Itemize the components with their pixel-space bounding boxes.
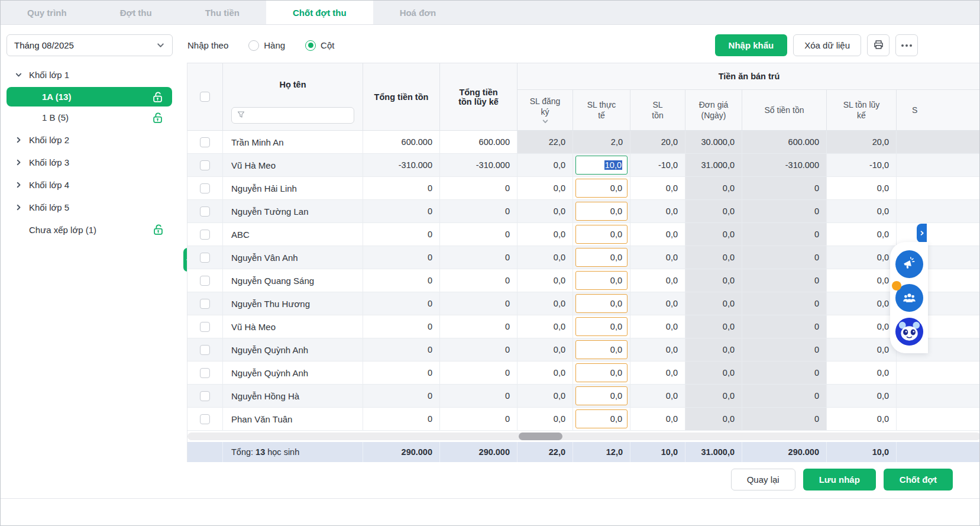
sl-thuc-te-input[interactable]: 0,0 bbox=[575, 248, 628, 267]
header-so-tien-ton: Số tiền tồn bbox=[742, 90, 827, 131]
cell-don-gia: 0,0 bbox=[685, 223, 742, 246]
row-checkbox[interactable] bbox=[200, 160, 210, 170]
tab-quy-trình[interactable]: Quy trình bbox=[1, 1, 93, 24]
row-checkbox[interactable] bbox=[200, 276, 210, 286]
sl-thuc-te-input[interactable]: 0,0 bbox=[575, 294, 628, 313]
footer-so-tien-ton: 290.000 bbox=[742, 442, 827, 462]
chevron-right-icon[interactable] bbox=[15, 204, 22, 211]
import-button[interactable]: Nhập khẩu bbox=[715, 34, 788, 56]
cell-tong-tien-ton: 0 bbox=[363, 200, 440, 223]
student-name: Nguyễn Hồng Hà bbox=[223, 385, 363, 408]
scrollbar-thumb[interactable] bbox=[519, 433, 562, 440]
cell-sl-dang-ky: 0,0 bbox=[518, 292, 573, 315]
cell-sl-ton: 0,0 bbox=[630, 385, 685, 408]
assistant-button[interactable] bbox=[895, 318, 923, 346]
selected-text: 10,0 bbox=[604, 160, 622, 170]
row-checkbox[interactable] bbox=[200, 230, 210, 240]
row-checkbox[interactable] bbox=[200, 299, 210, 309]
footer-sl-thuc-te: 12,0 bbox=[573, 442, 630, 462]
cell-sl-dang-ky: 0,0 bbox=[518, 315, 573, 338]
chevron-right-icon[interactable] bbox=[15, 136, 22, 144]
row-checkbox[interactable] bbox=[200, 391, 210, 401]
sl-thuc-te-input[interactable]: 0,0 bbox=[575, 386, 628, 405]
unlock-icon bbox=[152, 222, 165, 237]
row-checkbox[interactable] bbox=[200, 206, 210, 217]
sidebar-group-khối-lớp-2[interactable]: Khối lớp 2 bbox=[1, 128, 178, 151]
chevron-down-icon[interactable] bbox=[15, 71, 22, 79]
row-checkbox[interactable] bbox=[200, 183, 210, 193]
finalize-button[interactable]: Chốt đợt bbox=[884, 469, 953, 490]
select-all-checkbox[interactable] bbox=[200, 92, 210, 102]
sidebar-group-khối-lớp-3[interactable]: Khối lớp 3 bbox=[1, 151, 178, 173]
row-checkbox[interactable] bbox=[200, 137, 210, 147]
cell-tong-tien-ton-luy-ke: 0 bbox=[440, 408, 518, 431]
sidebar-group-khối-lớp-5[interactable]: Khối lớp 5 bbox=[1, 196, 178, 218]
sidebar-item-label: Chưa xếp lớp (1) bbox=[29, 225, 96, 235]
row-select-cell bbox=[187, 385, 223, 408]
sidebar-item-chua-xep-lop[interactable]: Chưa xếp lớp (1) bbox=[1, 218, 178, 241]
name-filter-input[interactable] bbox=[231, 107, 354, 124]
cell-tong-tien-ton: 0 bbox=[363, 362, 440, 385]
tab-thu-tiền[interactable]: Thu tiền bbox=[179, 1, 266, 24]
row-checkbox[interactable] bbox=[200, 414, 210, 424]
header-partial-column: S bbox=[897, 90, 980, 131]
row-checkbox[interactable] bbox=[200, 322, 210, 332]
sl-thuc-te-input[interactable]: 0,0 bbox=[575, 202, 628, 221]
row-checkbox[interactable] bbox=[200, 253, 210, 263]
sl-thuc-te-input[interactable]: 0,0 bbox=[575, 179, 628, 198]
cell-tong-tien-ton-luy-ke: -310.000 bbox=[440, 154, 518, 177]
row-checkbox[interactable] bbox=[200, 368, 210, 378]
sidebar-class-1a-13-[interactable]: 1A (13) bbox=[7, 87, 172, 107]
radio-col[interactable]: Cột bbox=[305, 40, 334, 51]
sl-thuc-te-input[interactable]: 0,0 bbox=[575, 363, 628, 382]
announcements-button[interactable] bbox=[895, 250, 923, 278]
tab-chốt-đợt-thu[interactable]: Chốt đợt thu bbox=[266, 1, 373, 24]
cell-sl-dang-ky: 0,0 bbox=[518, 200, 573, 223]
cell-tong-tien-ton-luy-ke: 0 bbox=[440, 292, 518, 315]
community-button[interactable] bbox=[895, 284, 923, 312]
chevron-right-icon[interactable] bbox=[15, 181, 22, 189]
cell-sl-ton-luy-ke: 0,0 bbox=[827, 292, 897, 315]
back-button[interactable]: Quay lại bbox=[731, 469, 795, 490]
footer-tien-ton-luy-ke: 290.000 bbox=[440, 442, 518, 462]
sidebar-group-khối-lớp-1[interactable]: Khối lớp 1 bbox=[1, 63, 178, 86]
radio-col-circle[interactable] bbox=[305, 40, 316, 51]
cell-tong-tien-ton-luy-ke: 0 bbox=[440, 362, 518, 385]
cell-sl-ton: 0,0 bbox=[630, 177, 685, 200]
panel-expand-tab[interactable] bbox=[917, 224, 927, 243]
sort-chevron-down-icon[interactable] bbox=[542, 119, 549, 124]
cell-overflow bbox=[897, 177, 980, 200]
print-button[interactable] bbox=[867, 34, 890, 56]
clear-data-button[interactable]: Xóa dữ liệu bbox=[793, 34, 861, 56]
fee-table: Họ tên Tổng tiền tồn Tổng tiền tồn lũy k… bbox=[187, 63, 980, 462]
cell-tong-tien-ton-luy-ke: 0 bbox=[440, 177, 518, 200]
save-draft-button[interactable]: Lưu nháp bbox=[803, 469, 876, 490]
sl-thuc-te-input[interactable]: 0,0 bbox=[575, 340, 628, 359]
chevron-right-icon[interactable] bbox=[15, 159, 22, 166]
cell-tong-tien-ton-luy-ke: 0 bbox=[440, 269, 518, 292]
sl-thuc-te-input[interactable]: 10,0 bbox=[575, 156, 628, 175]
more-button[interactable] bbox=[895, 34, 918, 56]
tab-hoá-đơn[interactable]: Hoá đơn bbox=[373, 1, 463, 24]
cell-don-gia: 31.000,0 bbox=[685, 154, 742, 177]
sl-thuc-te-input[interactable]: 0,0 bbox=[575, 225, 628, 244]
cell-sl-ton: -10,0 bbox=[630, 154, 685, 177]
sidebar-class-1-b-5-[interactable]: 1 B (5) bbox=[7, 108, 172, 127]
sl-thuc-te-input[interactable]: 0,0 bbox=[575, 317, 628, 336]
row-checkbox[interactable] bbox=[200, 345, 210, 355]
radio-row-circle[interactable] bbox=[248, 40, 259, 51]
sl-thuc-te-input[interactable]: 0,0 bbox=[575, 409, 628, 428]
cell-tong-tien-ton: 0 bbox=[363, 385, 440, 408]
sl-thuc-te-input[interactable]: 0,0 bbox=[575, 271, 628, 290]
cell-sl-dang-ky: 0,0 bbox=[518, 154, 573, 177]
cell-don-gia: 0,0 bbox=[685, 338, 742, 362]
tab-đợt-thu[interactable]: Đợt thu bbox=[93, 1, 179, 24]
megaphone-icon bbox=[901, 256, 917, 272]
month-select[interactable]: Tháng 08/2025 bbox=[7, 34, 173, 56]
cell-sl-ton: 0,0 bbox=[630, 408, 685, 431]
student-name: Nguyễn Thu Hương bbox=[223, 292, 363, 315]
cell-so-tien-ton: 0 bbox=[742, 315, 827, 338]
radio-row[interactable]: Hàng bbox=[248, 40, 285, 51]
chevron-right-icon bbox=[919, 230, 925, 236]
sidebar-group-khối-lớp-4[interactable]: Khối lớp 4 bbox=[1, 173, 178, 196]
